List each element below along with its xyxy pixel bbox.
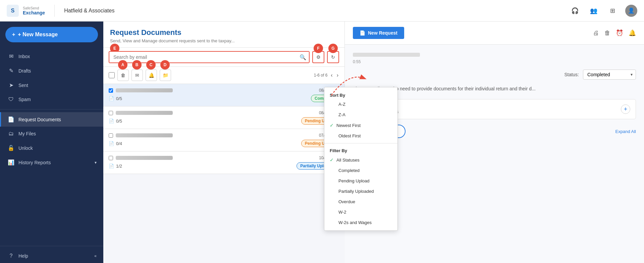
list-item[interactable]: 08/09/2024 📄 0/5 Pending Upload (103, 106, 344, 129)
detail-header: 0:55 (353, 53, 636, 64)
sort-filter-dropdown: Sort By A-Z Z-A ✓ Newest First Oldest Fi… (324, 87, 398, 231)
inbox-icon: ✉ (8, 53, 14, 59)
new-request-label: New Request (368, 30, 397, 36)
my-files-icon: 🗂 (8, 131, 14, 137)
doc-icon: 📄 (109, 164, 114, 169)
item-checkbox[interactable] (109, 88, 113, 93)
filter-completed[interactable]: Completed (324, 165, 397, 176)
sidebar-item-sent[interactable]: ➤ Sent (0, 78, 103, 92)
filter-completed-label: Completed (338, 168, 360, 173)
sidebar-divider (0, 109, 103, 109)
sort-oldest[interactable]: Oldest First (324, 131, 397, 141)
label-b: B (132, 60, 142, 70)
list-item[interactable]: 10/18/2023 📄 1/2 Partially Uploaded (103, 151, 344, 174)
new-request-button[interactable]: 📄 New Request (353, 27, 404, 39)
check-icon: ✓ (330, 123, 334, 128)
filter-partial[interactable]: Partially Uploaded (324, 186, 397, 196)
next-page-button[interactable]: › (336, 72, 339, 79)
list-item[interactable]: 07/24/2024 📄 0/4 Pending Upload (103, 129, 344, 151)
doc-count: 0/4 (116, 141, 122, 146)
filter-w2[interactable]: W-2 (324, 207, 397, 217)
trash-button[interactable]: 🗑 (604, 30, 610, 37)
sidebar-item-history-reports[interactable]: 📊 History Reports ▾ (0, 155, 103, 170)
list-item[interactable]: 08/09/2024 📄 0/5 Completed (103, 84, 344, 106)
status-select[interactable]: Completed Pending Upload Partially Uploa… (583, 70, 636, 80)
grid-icon-btn[interactable]: ⊞ (606, 5, 619, 17)
sidebar-item-unlock[interactable]: 🔓 Unlock (0, 141, 103, 155)
plus-icon: + (12, 32, 15, 38)
drafts-icon: ✎ (8, 68, 14, 74)
sidebar-item-request-documents[interactable]: 📄 Request Documents (0, 112, 103, 127)
sidebar-bottom: ? Help « (0, 243, 103, 263)
sort-za[interactable]: Z-A (324, 109, 397, 120)
doc-icon: 📄 (109, 96, 114, 101)
filter-pending[interactable]: Pending Upload (324, 176, 397, 186)
search-icon-btn[interactable]: 🔍 (300, 54, 306, 60)
sidebar-item-drafts[interactable]: ✎ Drafts (0, 63, 103, 78)
filter-by-label: Filter By (324, 145, 397, 155)
doc-icon: 📄 (109, 119, 114, 124)
clock-button[interactable]: ⏰ (616, 29, 623, 37)
print-button[interactable]: 🖨 (593, 30, 599, 37)
list-subtitle: Send, View and Manage document requests … (110, 38, 338, 43)
sidebar-label-unlock: Unlock (18, 145, 33, 151)
avatar[interactable]: 👤 (625, 5, 637, 17)
doc-count: 0/5 (116, 119, 122, 124)
list-title: Request Documents (110, 28, 338, 37)
logo-icon: S (7, 5, 19, 17)
bell-button[interactable]: 🔔 (629, 29, 636, 37)
svg-text:S: S (11, 7, 15, 13)
doc-count: 1/2 (116, 164, 122, 169)
detail-toolbar: 📄 New Request 🖨 🗑 ⏰ 🔔 (345, 21, 644, 45)
email-blurred (116, 156, 173, 160)
delete-button[interactable]: 🗑 (117, 70, 129, 81)
sidebar-label-my-files: My Files (18, 131, 36, 136)
sort-za-label: Z-A (338, 112, 345, 117)
sent-icon: ➤ (8, 82, 14, 88)
prev-page-button[interactable]: ‹ (330, 72, 333, 79)
expand-all-button[interactable]: Expand All (615, 129, 636, 134)
sidebar-label-drafts: Drafts (18, 68, 31, 74)
sidebar-item-help[interactable]: ? Help « (0, 249, 103, 263)
nav-divider (54, 5, 55, 17)
sidebar-label-help: Help (18, 253, 28, 259)
check-icon: ✓ (330, 157, 334, 163)
label-f: F (314, 44, 323, 53)
nav-icons: 🎧 👥 ⊞ 👤 (569, 5, 637, 17)
list-panel-wrapper: Request Documents Send, View and Manage … (103, 21, 345, 263)
filter-all[interactable]: ✓ All Statuses (324, 155, 397, 165)
list-actions: A 🗑 B ✉ C 🔔 D � (103, 67, 344, 84)
filter-overdue[interactable]: Overdue (324, 196, 397, 207)
doc-count: 0/5 (116, 96, 122, 101)
dropdown-divider (324, 143, 397, 143)
filter-w2s[interactable]: W-2s and Wages (324, 217, 397, 228)
sidebar-item-spam[interactable]: 🛡 Spam (0, 92, 103, 106)
item-checkbox[interactable] (109, 156, 113, 160)
sort-newest[interactable]: ✓ Newest First (324, 120, 397, 131)
select-all-checkbox[interactable] (109, 72, 115, 78)
new-message-label: + New Message (18, 32, 58, 38)
bell-button[interactable]: 🔔 (146, 70, 157, 81)
list-panel: Request Documents Send, View and Manage … (103, 21, 345, 174)
move-button[interactable]: ✉ (131, 70, 143, 81)
sidebar-item-inbox[interactable]: ✉ Inbox (0, 49, 103, 63)
new-message-button[interactable]: + + New Message (5, 27, 98, 42)
sidebar-item-my-files[interactable]: 🗂 My Files (0, 127, 103, 141)
sort-az[interactable]: A-Z (324, 99, 397, 109)
content-area: Request Documents Send, View and Manage … (103, 21, 644, 263)
users-icon-btn[interactable]: 👥 (588, 5, 600, 17)
label-c: C (146, 60, 156, 70)
request-docs-icon: 📄 (8, 116, 14, 123)
sidebar-label-history-reports: History Reports (18, 160, 51, 165)
list-items: 08/09/2024 📄 0/5 Completed (103, 84, 344, 174)
doc-add-button[interactable]: + (621, 104, 630, 114)
sidebar: + + New Message ✉ Inbox ✎ Drafts ➤ Sent … (0, 21, 103, 263)
item-checkbox[interactable] (109, 133, 113, 138)
item-checkbox[interactable] (109, 111, 113, 115)
filter-all-label: All Statuses (336, 158, 360, 163)
sidebar-label-request-docs: Request Documents (18, 117, 61, 122)
logo-area: S SafeSend Exchange Hatfield & Associate… (7, 5, 114, 17)
headset-icon-btn[interactable]: 🎧 (569, 5, 581, 17)
sidebar-label-spam: Spam (18, 97, 31, 102)
folder-button[interactable]: 📁 (160, 70, 171, 81)
